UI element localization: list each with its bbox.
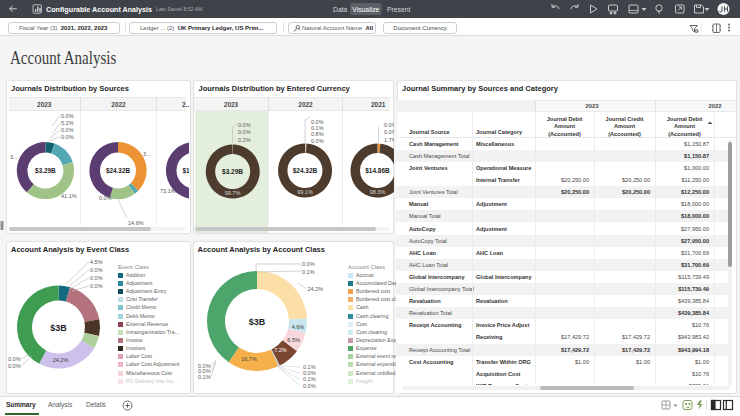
svg-text:Visualize: Visualize bbox=[352, 6, 379, 13]
svg-text:Data: Data bbox=[333, 6, 348, 13]
svg-text:Last Saved 8:52 AM: Last Saved 8:52 AM bbox=[156, 6, 202, 12]
svg-text:Configurable Account Analysis: Configurable Account Analysis bbox=[46, 5, 152, 14]
svg-text:Present: Present bbox=[387, 6, 411, 13]
